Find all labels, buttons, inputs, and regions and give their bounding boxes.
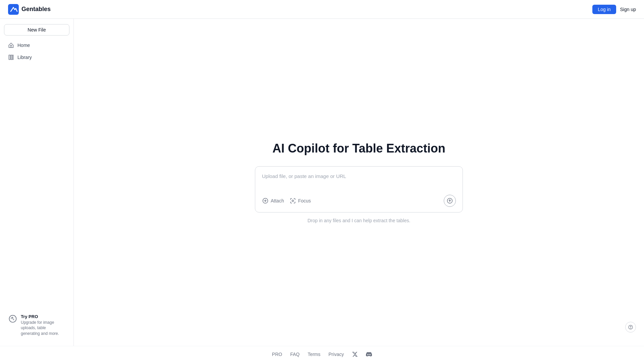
svg-point-6 (292, 200, 293, 202)
sidebar-item-home-label: Home (17, 43, 30, 48)
submit-button[interactable] (444, 195, 456, 207)
main-layout: New File Home Library (0, 19, 644, 346)
attach-label: Attach (271, 198, 284, 203)
library-icon (8, 54, 14, 60)
svg-rect-3 (12, 55, 13, 60)
sidebar-nav: Home Library (4, 40, 69, 63)
svg-point-9 (631, 328, 631, 329)
upload-left-actions: Attach Focus (262, 197, 311, 204)
focus-icon (289, 197, 296, 204)
page-title: AI Copilot for Table Extraction (272, 141, 445, 156)
header-actions: Log in Sign up (592, 5, 636, 14)
sidebar: New File Home Library (0, 19, 74, 346)
discord-icon[interactable] (366, 351, 372, 357)
main-content: AI Copilot for Table Extraction Upload f… (74, 19, 644, 346)
home-icon (8, 42, 14, 48)
help-button[interactable] (625, 322, 636, 333)
upload-placeholder: Upload file, or paste an image or URL (262, 173, 346, 179)
signup-button[interactable]: Sign up (620, 7, 636, 12)
footer: PRO FAQ Terms Privacy (0, 346, 644, 362)
footer-privacy-link[interactable]: Privacy (328, 352, 344, 357)
sidebar-item-library-label: Library (17, 55, 32, 60)
try-pro-text-area: Try PRO Upgrade for image uploads, table… (21, 314, 65, 337)
pro-icon (8, 314, 17, 323)
upload-actions: Attach Focus (262, 195, 456, 207)
drop-hint: Drop in any files and I can help extract… (308, 218, 411, 223)
focus-label: Focus (298, 198, 311, 203)
twitter-icon[interactable] (352, 351, 358, 357)
footer-faq-link[interactable]: FAQ (290, 352, 300, 357)
app-name: Gentables (21, 6, 51, 13)
try-pro-title: Try PRO (21, 314, 65, 319)
footer-terms-link[interactable]: Terms (308, 352, 320, 357)
sidebar-item-library[interactable]: Library (4, 52, 69, 63)
focus-button[interactable]: Focus (289, 197, 311, 204)
sidebar-item-home[interactable]: Home (4, 40, 69, 51)
logo-area: Gentables (8, 4, 51, 15)
try-pro-description: Upgrade for image uploads, table generat… (21, 320, 65, 337)
try-pro-section[interactable]: Try PRO Upgrade for image uploads, table… (4, 310, 69, 341)
login-button[interactable]: Log in (592, 5, 616, 14)
new-file-button[interactable]: New File (4, 24, 69, 36)
upload-box: Upload file, or paste an image or URL At… (255, 166, 463, 213)
svg-rect-1 (9, 55, 10, 60)
header: Gentables Log in Sign up (0, 0, 644, 19)
attach-button[interactable]: Attach (262, 197, 284, 204)
attach-icon (262, 197, 269, 204)
submit-icon (446, 197, 453, 204)
footer-pro-link[interactable]: PRO (272, 352, 282, 357)
svg-rect-0 (8, 4, 19, 15)
help-icon (628, 324, 633, 330)
svg-rect-2 (11, 55, 12, 60)
upload-input-area[interactable]: Upload file, or paste an image or URL (262, 173, 456, 189)
logo-icon (8, 4, 19, 15)
